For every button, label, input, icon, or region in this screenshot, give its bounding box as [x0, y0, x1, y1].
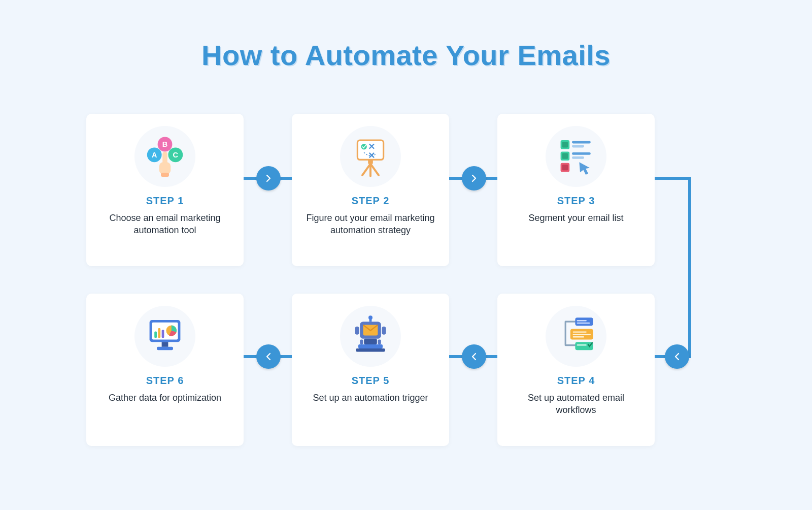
svg-rect-21: [562, 165, 568, 170]
svg-rect-30: [577, 344, 587, 345]
svg-rect-26: [573, 331, 587, 332]
step-card-5: STEP 5 Set up an automation trigger: [292, 294, 449, 446]
step-label: STEP 5: [352, 375, 390, 387]
svg-rect-45: [158, 328, 160, 338]
chevron-left-icon: [462, 344, 486, 369]
strategy-easel-icon: [340, 126, 401, 187]
svg-rect-23: [577, 320, 587, 321]
svg-rect-15: [572, 145, 584, 148]
chevron-right-icon: [256, 166, 281, 190]
step-card-1: A B C STEP 1 Choose an email marketing a…: [86, 114, 244, 266]
workflow-chat-icon: [546, 306, 606, 367]
step-label: STEP 6: [146, 375, 184, 387]
svg-rect-48: [162, 342, 168, 347]
step-card-6: STEP 6 Gather data for optimization: [86, 294, 244, 446]
svg-rect-13: [562, 142, 568, 147]
chevron-right-icon: [462, 166, 486, 190]
svg-rect-24: [577, 323, 590, 324]
svg-rect-35: [355, 327, 359, 335]
svg-rect-28: [573, 336, 584, 337]
svg-text:C: C: [173, 151, 178, 159]
analytics-monitor-icon: [134, 306, 195, 367]
svg-rect-44: [154, 331, 157, 338]
step-label: STEP 3: [557, 195, 595, 207]
step-desc: Set up an automation trigger: [298, 392, 442, 404]
connector-line: [655, 177, 691, 180]
robot-trigger-icon: [340, 306, 401, 367]
svg-rect-19: [572, 156, 584, 159]
svg-rect-37: [364, 339, 377, 344]
svg-text:B: B: [162, 140, 167, 148]
page-title: How to Automate Your Emails: [0, 39, 812, 72]
step-card-2: STEP 2 Figure out your email marketing a…: [292, 114, 449, 266]
svg-rect-40: [360, 339, 363, 344]
connector-line: [688, 177, 691, 358]
svg-rect-18: [572, 152, 591, 155]
svg-rect-46: [162, 330, 164, 338]
svg-rect-38: [358, 344, 383, 348]
svg-text:A: A: [152, 151, 157, 159]
chevron-left-icon: [665, 344, 689, 369]
step-label: STEP 4: [557, 375, 595, 387]
step-desc: Choose an email marketing automation too…: [86, 212, 244, 237]
step-desc: Figure out your email marketing automati…: [292, 212, 449, 237]
chevron-left-icon: [256, 344, 281, 369]
svg-rect-7: [159, 162, 171, 174]
step-card-4: STEP 4 Set up automated email workflows: [497, 294, 655, 446]
step-label: STEP 2: [352, 195, 390, 207]
svg-rect-32: [369, 317, 372, 322]
svg-rect-14: [572, 141, 591, 144]
svg-rect-36: [382, 327, 386, 335]
step-label: STEP 1: [146, 195, 184, 207]
svg-rect-27: [573, 334, 591, 335]
svg-rect-49: [157, 347, 173, 350]
step-desc: Segment your email list: [514, 212, 637, 224]
step-card-3: STEP 3 Segment your email list: [497, 114, 655, 266]
diagram-canvas: How to Automate Your Emails A B C STEP 1…: [0, 0, 812, 510]
svg-rect-41: [378, 339, 381, 344]
abc-choose-icon: A B C: [134, 126, 195, 187]
svg-rect-22: [575, 317, 593, 326]
step-desc: Gather data for optimization: [94, 392, 235, 404]
segment-list-icon: [546, 126, 606, 187]
svg-rect-39: [356, 348, 385, 352]
step-desc: Set up automated email workflows: [497, 392, 655, 417]
svg-rect-17: [562, 153, 568, 159]
svg-rect-8: [161, 173, 169, 177]
